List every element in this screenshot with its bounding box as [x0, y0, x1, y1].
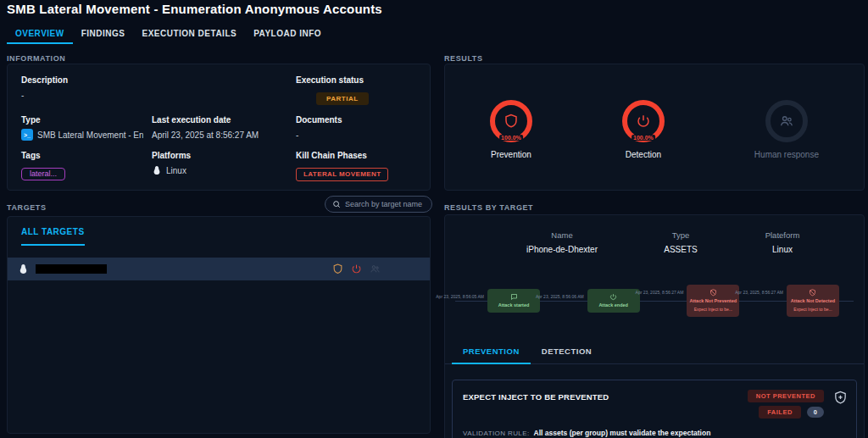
field-label: Tags: [21, 151, 152, 160]
shield-icon: [332, 263, 343, 274]
tab-all-targets[interactable]: ALL TARGETS: [21, 227, 85, 246]
tab-detection[interactable]: DETECTION: [531, 339, 603, 363]
summary-platform: Plateform Linux: [732, 230, 833, 254]
gauge-label: Detection: [626, 150, 661, 159]
target-row[interactable]: [8, 258, 430, 280]
power-icon: [636, 114, 651, 129]
tab-prevention[interactable]: PREVENTION: [452, 339, 531, 364]
field-value: -: [296, 129, 416, 141]
person-group-icon: [779, 114, 794, 129]
results-by-target-card: Name iPhone-de-Dhexter Type ASSETS Plate…: [444, 214, 865, 438]
summary-type: Type ASSETS: [630, 230, 732, 254]
power-icon: [351, 263, 362, 274]
search-icon: [332, 200, 341, 208]
type-value: SMB Lateral Movement - Enu...: [37, 130, 143, 140]
section-title-results: RESULTS: [444, 54, 483, 63]
tab-overview[interactable]: OVERVIEW: [7, 22, 73, 44]
tab-findings[interactable]: FINDINGS: [73, 22, 134, 44]
gauge-label: Human response: [754, 150, 819, 159]
section-title-results-by-target: RESULTS BY TARGET: [444, 203, 533, 212]
field-label: Documents: [296, 115, 416, 125]
main-tabs: OVERVIEW FINDINGS EXECUTION DETAILS PAYL…: [7, 22, 330, 44]
field-label: Last execution date: [152, 115, 296, 125]
gauge-detection: 100.0% Detection: [622, 100, 665, 159]
terminal-icon: >_: [21, 129, 33, 141]
status-badge: NOT PREVENTED: [748, 390, 824, 402]
result-badge: FAILED: [759, 406, 801, 419]
search-input[interactable]: [345, 200, 425, 208]
field-label: Description: [21, 75, 152, 85]
attack-timeline: Apr 23, 2025, 8:56:05 AM Attack started …: [452, 264, 857, 337]
summary-name: Name iPhone-de-Dhexter: [494, 230, 630, 254]
linux-penguin-icon: [18, 263, 29, 274]
result-tabs: PREVENTION DETECTION: [445, 339, 864, 364]
field-execution-status: Execution status PARTIAL: [296, 75, 416, 105]
field-documents: Documents -: [296, 115, 416, 141]
target-status-icons: [332, 263, 420, 274]
gauge-percent: 100.0%: [632, 135, 655, 141]
timeline-node-attack-started[interactable]: Apr 23, 2025, 8:56:05 AM Attack started: [487, 289, 540, 313]
field-label: Execution status: [296, 75, 416, 85]
field-last-execution-date: Last execution date April 23, 2025 at 8:…: [152, 115, 296, 141]
inject-overview-page: SMB Lateral Movement - Enumeration Anony…: [0, 0, 868, 438]
field-kill-chain-phases: Kill Chain Phases LATERAL MOVEMENT: [296, 151, 416, 181]
timeline-node-not-detected[interactable]: Apr 23, 2025, 8:56:27 AM Attack Not Dete…: [787, 285, 839, 316]
expectation-title: EXPECT INJECT TO BE PREVENTED: [463, 390, 609, 402]
targets-card: ALL TARGETS: [7, 216, 431, 434]
validation-rule: VALIDATION RULE: All assets (per group) …: [463, 429, 846, 437]
shield-plus-icon[interactable]: [833, 391, 848, 405]
shield-off-icon: [709, 289, 717, 297]
target-name-redacted: [36, 264, 107, 274]
result-count: 0: [807, 407, 824, 418]
power-icon: [609, 293, 617, 301]
field-type: Type >_ SMB Lateral Movement - Enu...: [21, 115, 152, 141]
field-platforms: Platforms Linux: [152, 151, 296, 181]
page-title: SMB Lateral Movement - Enumeration Anony…: [7, 2, 382, 16]
gauge-human-response: Human response: [754, 100, 819, 159]
execution-status-badge: PARTIAL: [316, 92, 369, 105]
kill-chain-chip[interactable]: LATERAL MOVEMENT: [296, 168, 388, 181]
person-group-icon: [370, 263, 381, 274]
field-value: April 23, 2025 at 8:56:27 AM: [152, 129, 296, 141]
field-description: Description -: [21, 75, 152, 105]
message-icon: [510, 293, 518, 301]
section-title-targets: TARGETS: [7, 203, 47, 212]
shield-icon: [504, 114, 519, 129]
gauge-percent: 100.0%: [499, 135, 523, 141]
timeline-node-not-prevented[interactable]: Apr 23, 2025, 8:56:27 AM Attack Not Prev…: [687, 285, 739, 316]
field-value: -: [21, 89, 152, 101]
target-search: [325, 196, 432, 213]
gauge-label: Prevention: [491, 150, 531, 159]
expectation-card: EXPECT INJECT TO BE PREVENTED NOT PREVEN…: [452, 380, 857, 438]
tab-payload-info[interactable]: PAYLOAD INFO: [245, 22, 330, 44]
results-card: 100.0% Prevention 100.0% Detection Human…: [444, 64, 865, 191]
field-label: Platforms: [152, 151, 296, 160]
shield-off-icon: [809, 289, 816, 297]
field-tags: Tags lateral...: [21, 151, 152, 181]
field-label: Kill Chain Phases: [296, 151, 416, 160]
linux-penguin-icon: [152, 165, 162, 175]
gauge-prevention: 100.0% Prevention: [490, 100, 532, 159]
tab-execution-details[interactable]: EXECUTION DETAILS: [134, 22, 246, 44]
field-label: Type: [21, 115, 152, 125]
platform-value: Linux: [166, 166, 186, 175]
timeline-node-attack-ended[interactable]: Apr 23, 2025, 8:56:06 AM Attack ended: [587, 289, 640, 313]
target-summary: Name iPhone-de-Dhexter Type ASSETS Plate…: [494, 230, 833, 254]
tag-chip[interactable]: lateral...: [21, 168, 65, 180]
information-card: Description - Execution status PARTIAL T…: [7, 64, 431, 191]
section-title-information: INFORMATION: [7, 54, 65, 63]
